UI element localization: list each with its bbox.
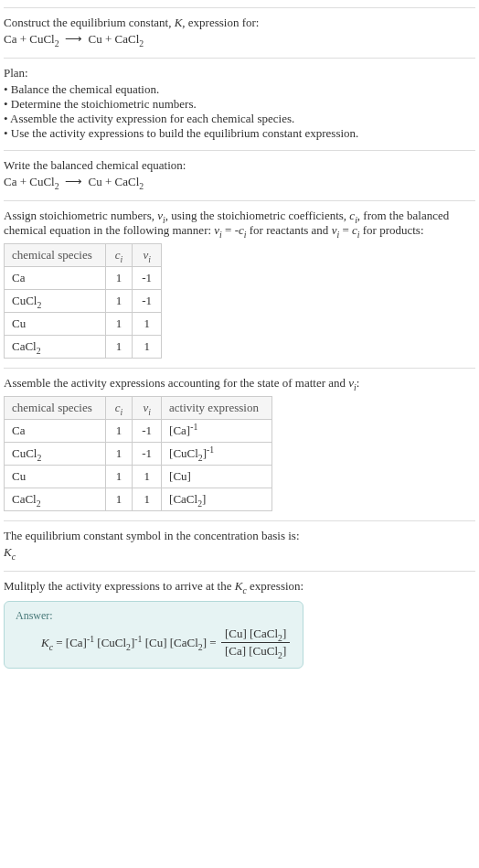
cell-species: Ca: [5, 420, 106, 443]
plan-item: • Assemble the activity expression for e…: [4, 112, 475, 126]
cell-ci: 1: [105, 313, 133, 336]
cell-species: Ca: [5, 267, 106, 290]
intro-prompt: Construct the equilibrium constant, K, e…: [4, 16, 475, 30]
table-row: CuCl2 1 -1 [CuCl2]-1: [5, 443, 272, 466]
cell-ci: 1: [105, 420, 133, 443]
plan-item: • Use the activity expressions to build …: [4, 126, 475, 141]
cell-activity: [CuCl2]-1: [162, 443, 272, 466]
assign-section: Assign stoichiometric numbers, νi, using…: [4, 200, 475, 368]
cell-vi: -1: [133, 290, 162, 313]
col-vi: νi: [133, 244, 162, 267]
intro-equation: Ca + CuCl2 ⟶ Cu + CaCl2: [4, 32, 475, 47]
table-row: Ca 1 -1 [Ca]-1: [5, 420, 272, 443]
plan-item: • Balance the chemical equation.: [4, 82, 475, 97]
cell-activity: [CaCl2]: [162, 488, 272, 511]
cell-ci: 1: [105, 336, 133, 359]
cell-vi: -1: [133, 420, 162, 443]
symbol-section: The equilibrium constant symbol in the c…: [4, 520, 475, 571]
cell-species: CuCl2: [5, 443, 106, 466]
table-row: CuCl2 1 -1: [5, 290, 162, 313]
cell-ci: 1: [105, 290, 133, 313]
fraction-numerator: [Cu] [CaCl2]: [221, 627, 290, 643]
cell-vi: -1: [133, 267, 162, 290]
col-activity: activity expression: [162, 397, 272, 420]
cell-ci: 1: [105, 443, 133, 466]
balanced-equation: Ca + CuCl2 ⟶ Cu + CaCl2: [4, 175, 475, 189]
answer-box: Answer: Kc = [Ca]-1 [CuCl2]-1 [Cu] [CaCl…: [4, 601, 303, 669]
cell-ci: 1: [105, 488, 133, 511]
table-row: Cu 1 1: [5, 313, 162, 336]
cell-vi: 1: [133, 336, 162, 359]
cell-vi: 1: [133, 466, 162, 488]
fraction-denominator: [Ca] [CuCl2]: [221, 643, 290, 659]
col-ci: ci: [105, 244, 133, 267]
cell-activity: [Cu]: [162, 466, 272, 488]
cell-species: CaCl2: [5, 488, 106, 511]
balanced-prompt: Write the balanced chemical equation:: [4, 158, 475, 173]
activity-section: Assemble the activity expressions accoun…: [4, 368, 475, 520]
col-species: chemical species: [5, 397, 106, 420]
table-header-row: chemical species ci νi activity expressi…: [5, 397, 272, 420]
table-row: Ca 1 -1: [5, 267, 162, 290]
cell-species: Cu: [5, 466, 106, 488]
table-header-row: chemical species ci νi: [5, 244, 162, 267]
answer-label: Answer:: [16, 609, 292, 623]
cell-vi: 1: [133, 488, 162, 511]
cell-species: Cu: [5, 313, 106, 336]
cell-species: CaCl2: [5, 336, 106, 359]
assign-prompt: Assign stoichiometric numbers, νi, using…: [4, 209, 475, 238]
plan-title: Plan:: [4, 66, 475, 80]
activity-table: chemical species ci νi activity expressi…: [4, 396, 272, 511]
balanced-section: Write the balanced chemical equation: Ca…: [4, 150, 475, 200]
cell-ci: 1: [105, 267, 133, 290]
table-row: CaCl2 1 1 [CaCl2]: [5, 488, 272, 511]
cell-vi: 1: [133, 313, 162, 336]
stoich-table: chemical species ci νi Ca 1 -1 CuCl2 1 -…: [4, 243, 162, 359]
col-species: chemical species: [5, 244, 106, 267]
table-row: CaCl2 1 1: [5, 336, 162, 359]
col-ci: ci: [105, 397, 133, 420]
multiply-section: Mulitply the activity expressions to arr…: [4, 571, 475, 678]
multiply-prompt: Mulitply the activity expressions to arr…: [4, 579, 475, 594]
activity-prompt: Assemble the activity expressions accoun…: [4, 376, 475, 391]
cell-activity: [Ca]-1: [162, 420, 272, 443]
answer-expression: Kc = [Ca]-1 [CuCl2]-1 [Cu] [CaCl2] = [Cu…: [16, 627, 292, 659]
intro-section: Construct the equilibrium constant, K, e…: [4, 7, 475, 58]
table-row: Cu 1 1 [Cu]: [5, 466, 272, 488]
cell-vi: -1: [133, 443, 162, 466]
symbol-value: Kc: [4, 545, 475, 560]
symbol-prompt: The equilibrium constant symbol in the c…: [4, 529, 475, 543]
plan-item: • Determine the stoichiometric numbers.: [4, 97, 475, 112]
answer-fraction: [Cu] [CaCl2] [Ca] [CuCl2]: [221, 627, 290, 659]
cell-ci: 1: [105, 466, 133, 488]
cell-species: CuCl2: [5, 290, 106, 313]
col-vi: νi: [133, 397, 162, 420]
plan-section: Plan: • Balance the chemical equation. •…: [4, 58, 475, 150]
